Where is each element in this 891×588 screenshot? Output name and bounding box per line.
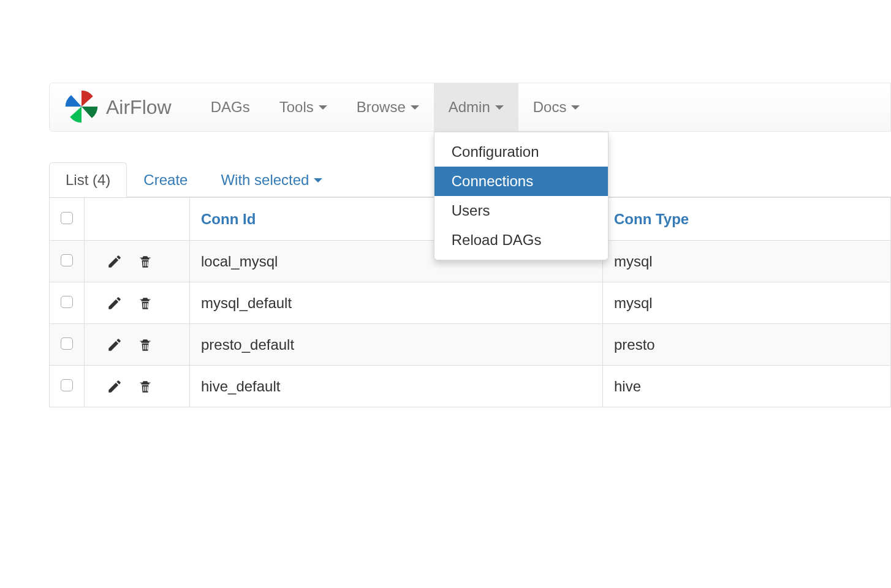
tab-label: List (4) bbox=[66, 172, 110, 189]
header-label: Conn Id bbox=[201, 211, 256, 227]
row-checkbox-cell bbox=[50, 241, 85, 282]
nav-item-dags[interactable]: DAGs bbox=[196, 83, 265, 131]
dropdown-item-connections[interactable]: Connections bbox=[434, 167, 608, 196]
conn-id-value: presto_default bbox=[201, 336, 294, 353]
cell-conn-id: hive_default bbox=[190, 366, 603, 407]
row-checkbox-cell bbox=[50, 366, 85, 407]
caret-down-icon bbox=[314, 178, 322, 183]
nav-label: Browse bbox=[357, 99, 406, 116]
row-checkbox-cell bbox=[50, 324, 85, 366]
tab-with-selected[interactable]: With selected bbox=[204, 162, 339, 197]
table-row: mysql_defaultmysql bbox=[50, 282, 891, 324]
brand[interactable]: AirFlow bbox=[50, 88, 184, 127]
navbar: AirFlow DAGs Tools Browse Admin Configur… bbox=[49, 83, 891, 132]
conn-type-value: presto bbox=[614, 336, 655, 353]
row-actions-cell bbox=[85, 241, 190, 282]
row-checkbox[interactable] bbox=[61, 379, 73, 391]
nav-items: DAGs Tools Browse Admin Configuration Co… bbox=[196, 83, 595, 131]
tab-create[interactable]: Create bbox=[127, 162, 204, 197]
select-all-checkbox[interactable] bbox=[61, 212, 73, 224]
conn-type-value: mysql bbox=[614, 295, 653, 311]
conn-type-value: hive bbox=[614, 378, 641, 394]
header-actions bbox=[85, 198, 190, 241]
caret-down-icon bbox=[411, 105, 419, 110]
row-checkbox[interactable] bbox=[61, 296, 73, 308]
cell-conn-id: presto_default bbox=[190, 324, 603, 366]
header-conn-type[interactable]: Conn Type bbox=[603, 198, 891, 241]
dropdown-label: Users bbox=[452, 202, 490, 219]
nav-item-tools[interactable]: Tools bbox=[265, 83, 342, 131]
nav-label: Docs bbox=[533, 99, 567, 116]
nav-label: DAGs bbox=[211, 99, 250, 116]
dropdown-label: Reload DAGs bbox=[452, 232, 542, 248]
row-actions-cell bbox=[85, 366, 190, 407]
tab-list[interactable]: List (4) bbox=[49, 162, 127, 197]
header-label: Conn Type bbox=[614, 211, 689, 227]
dropdown-label: Configuration bbox=[452, 143, 539, 160]
row-checkbox[interactable] bbox=[61, 337, 73, 350]
row-actions-cell bbox=[85, 282, 190, 324]
tab-label: Create bbox=[143, 172, 188, 189]
nav-label: Tools bbox=[279, 99, 314, 116]
header-checkbox-cell bbox=[50, 198, 85, 241]
nav-item-admin[interactable]: Admin Configuration Connections Users Re… bbox=[434, 83, 518, 131]
conn-id-value: local_mysql bbox=[201, 253, 278, 270]
edit-icon[interactable] bbox=[107, 337, 123, 353]
cell-conn-id: mysql_default bbox=[190, 282, 603, 324]
brand-name: AirFlow bbox=[106, 96, 172, 119]
dropdown-label: Connections bbox=[452, 173, 533, 189]
conn-id-value: mysql_default bbox=[201, 295, 292, 311]
delete-icon[interactable] bbox=[137, 337, 153, 353]
tab-label: With selected bbox=[221, 172, 309, 189]
row-actions-cell bbox=[85, 324, 190, 366]
conn-id-value: hive_default bbox=[201, 378, 280, 394]
delete-icon[interactable] bbox=[137, 295, 153, 311]
edit-icon[interactable] bbox=[107, 379, 123, 394]
dropdown-item-configuration[interactable]: Configuration bbox=[434, 137, 608, 167]
admin-dropdown: Configuration Connections Users Reload D… bbox=[434, 132, 609, 260]
conn-type-value: mysql bbox=[614, 253, 653, 270]
delete-icon[interactable] bbox=[137, 379, 153, 394]
table-row: hive_defaulthive bbox=[50, 366, 891, 407]
cell-conn-type: presto bbox=[603, 324, 891, 366]
delete-icon[interactable] bbox=[137, 254, 153, 270]
dropdown-item-reload-dags[interactable]: Reload DAGs bbox=[434, 225, 608, 255]
dropdown-item-users[interactable]: Users bbox=[434, 196, 608, 225]
caret-down-icon bbox=[495, 105, 504, 110]
table-row: presto_defaultpresto bbox=[50, 324, 891, 366]
nav-item-browse[interactable]: Browse bbox=[342, 83, 434, 131]
caret-down-icon bbox=[571, 105, 580, 110]
row-checkbox[interactable] bbox=[61, 254, 73, 266]
cell-conn-type: mysql bbox=[603, 241, 891, 282]
nav-label: Admin bbox=[449, 99, 490, 116]
cell-conn-type: mysql bbox=[603, 282, 891, 324]
edit-icon[interactable] bbox=[107, 254, 123, 270]
edit-icon[interactable] bbox=[107, 295, 123, 311]
cell-conn-type: hive bbox=[603, 366, 891, 407]
airflow-logo-icon bbox=[63, 88, 100, 127]
caret-down-icon bbox=[319, 105, 327, 110]
row-checkbox-cell bbox=[50, 282, 85, 324]
nav-item-docs[interactable]: Docs bbox=[518, 83, 595, 131]
